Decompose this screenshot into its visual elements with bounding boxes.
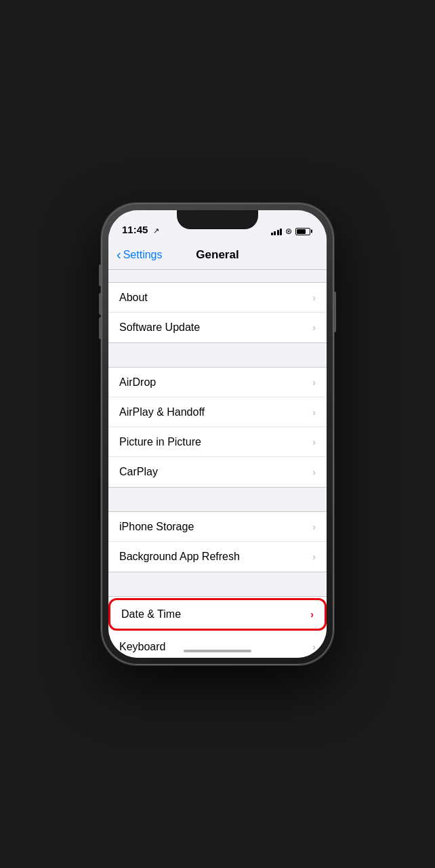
airdrop-right: › <box>312 377 316 388</box>
spacer-2 <box>108 488 327 511</box>
status-left: 11:45 ↗ <box>122 224 159 236</box>
about-label: About <box>119 292 148 304</box>
signal-bar-3 <box>277 230 279 235</box>
settings-content[interactable]: About › Software Update › AirDrop <box>108 270 327 658</box>
notch <box>177 210 258 229</box>
back-label: Settings <box>123 249 163 261</box>
signal-bar-2 <box>274 231 276 235</box>
picture-in-picture-right: › <box>312 437 316 448</box>
carplay-label: CarPlay <box>119 466 158 478</box>
wifi-icon: ⊛ <box>285 226 292 236</box>
keyboard-row[interactable]: Keyboard › <box>108 632 327 658</box>
date-time-row[interactable]: Date & Time › <box>108 598 327 631</box>
about-chevron-icon: › <box>312 292 316 303</box>
software-update-label: Software Update <box>119 321 200 334</box>
keyboard-chevron-icon: › <box>312 642 316 652</box>
picture-in-picture-label: Picture in Picture <box>119 436 201 448</box>
date-time-chevron-icon: › <box>310 609 314 620</box>
iphone-storage-label: iPhone Storage <box>119 521 194 533</box>
background-app-refresh-row[interactable]: Background App Refresh › <box>108 542 327 572</box>
airplay-handoff-label: AirPlay & Handoff <box>119 406 205 418</box>
date-time-label: Date & Time <box>121 608 181 620</box>
section-connectivity: AirDrop › AirPlay & Handoff › Picture in… <box>108 367 327 488</box>
software-update-chevron-icon: › <box>312 322 316 333</box>
section-system: Date & Time › Keyboard › Fonts › <box>108 596 327 658</box>
spacer-3 <box>108 572 327 596</box>
battery-fill <box>297 229 306 234</box>
airplay-handoff-chevron-icon: › <box>312 407 316 418</box>
keyboard-right: › <box>312 642 316 652</box>
status-time: 11:45 <box>122 224 148 235</box>
about-right: › <box>312 292 316 303</box>
about-row[interactable]: About › <box>108 283 327 313</box>
date-time-right: › <box>310 609 314 620</box>
airdrop-label: AirDrop <box>119 376 156 389</box>
status-icons: ⊛ <box>271 226 311 236</box>
back-chevron-icon: ‹ <box>117 248 121 261</box>
page-title: General <box>196 248 239 262</box>
keyboard-label: Keyboard <box>119 641 166 653</box>
picture-in-picture-chevron-icon: › <box>312 437 316 448</box>
phone-screen: 11:45 ↗ ⊛ ‹ Settings <box>108 210 327 658</box>
carplay-chevron-icon: › <box>312 467 316 477</box>
carplay-row[interactable]: CarPlay › <box>108 457 327 487</box>
section-storage: iPhone Storage › Background App Refresh … <box>108 511 327 572</box>
top-spacer <box>108 270 327 282</box>
airplay-handoff-right: › <box>312 407 316 418</box>
back-button[interactable]: ‹ Settings <box>117 248 162 261</box>
background-app-refresh-right: › <box>312 551 316 562</box>
signal-bar-4 <box>280 229 282 235</box>
section-about: About › Software Update › <box>108 282 327 343</box>
home-indicator <box>184 650 251 652</box>
background-app-refresh-label: Background App Refresh <box>119 551 240 563</box>
software-update-right: › <box>312 322 316 333</box>
airplay-handoff-row[interactable]: AirPlay & Handoff › <box>108 397 327 427</box>
picture-in-picture-row[interactable]: Picture in Picture › <box>108 427 327 457</box>
iphone-storage-chevron-icon: › <box>312 521 316 532</box>
airdrop-row[interactable]: AirDrop › <box>108 368 327 397</box>
signal-bars-icon <box>271 228 283 235</box>
battery-icon <box>295 228 310 235</box>
location-arrow-icon: ↗ <box>153 226 159 235</box>
iphone-storage-right: › <box>312 521 316 532</box>
navigation-bar: ‹ Settings General <box>108 240 327 270</box>
airdrop-chevron-icon: › <box>312 377 316 388</box>
background-app-refresh-chevron-icon: › <box>312 551 316 562</box>
carplay-right: › <box>312 467 316 477</box>
phone-device: 11:45 ↗ ⊛ ‹ Settings <box>102 203 333 665</box>
software-update-row[interactable]: Software Update › <box>108 313 327 342</box>
signal-bar-1 <box>271 233 273 235</box>
spacer-1 <box>108 343 327 367</box>
iphone-storage-row[interactable]: iPhone Storage › <box>108 512 327 542</box>
